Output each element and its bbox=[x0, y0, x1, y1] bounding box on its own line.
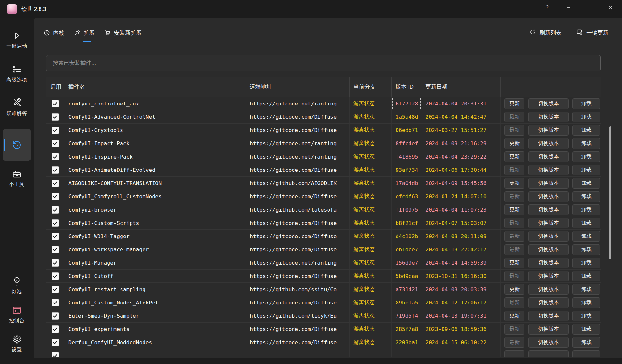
switch-version-button[interactable]: 切换版本 bbox=[528, 324, 569, 335]
uninstall-button[interactable]: 卸载 bbox=[572, 138, 600, 149]
latest-button[interactable]: 最新 bbox=[504, 297, 524, 308]
tab-extensions[interactable]: 扩展 bbox=[73, 27, 95, 39]
uninstall-button[interactable]: 卸载 bbox=[572, 178, 600, 189]
latest-button[interactable]: 最新 bbox=[504, 191, 524, 202]
sidebar-item-settings[interactable]: 设置 bbox=[0, 332, 34, 356]
update-all-button[interactable]: 一键更新 bbox=[576, 29, 608, 37]
sidebar-item-bulb[interactable]: 灯泡 bbox=[0, 273, 34, 297]
switch-version-button[interactable]: 切换版本 bbox=[528, 138, 569, 149]
enable-checkbox[interactable] bbox=[46, 190, 64, 203]
enable-checkbox[interactable] bbox=[46, 216, 64, 229]
uninstall-button[interactable]: 卸载 bbox=[572, 324, 600, 335]
help-button[interactable]: ? bbox=[538, 0, 557, 15]
latest-button[interactable]: 最新 bbox=[504, 231, 524, 242]
latest-button[interactable]: 最新 bbox=[504, 125, 524, 136]
uninstall-button[interactable]: 卸载 bbox=[572, 337, 600, 348]
enable-checkbox[interactable] bbox=[46, 203, 64, 216]
maximize-button[interactable] bbox=[580, 0, 599, 15]
sidebar-item-console[interactable]: 控制台 bbox=[0, 303, 34, 326]
uninstall-button[interactable]: 卸载 bbox=[572, 165, 600, 175]
checkbox-checked-icon bbox=[52, 166, 59, 174]
enable-checkbox[interactable] bbox=[46, 336, 64, 349]
update-button[interactable]: 更新 bbox=[504, 151, 524, 162]
latest-button[interactable]: 最新 bbox=[504, 112, 524, 122]
switch-version-button[interactable]: 切换版本 bbox=[528, 258, 569, 268]
uninstall-button[interactable]: 卸载 bbox=[572, 112, 600, 122]
uninstall-button[interactable]: 卸载 bbox=[572, 297, 600, 308]
switch-version-button[interactable] bbox=[528, 350, 569, 357]
sidebar-item-small-tools[interactable]: 小工具 bbox=[0, 166, 34, 190]
switch-version-button[interactable]: 切换版本 bbox=[528, 98, 569, 109]
enable-checkbox[interactable] bbox=[46, 283, 64, 296]
uninstall-button[interactable]: 卸载 bbox=[572, 284, 600, 295]
uninstall-button[interactable]: 卸载 bbox=[572, 151, 600, 162]
switch-version-button[interactable]: 切换版本 bbox=[528, 112, 569, 122]
enable-checkbox[interactable] bbox=[46, 177, 64, 190]
uninstall-button[interactable]: 卸载 bbox=[572, 98, 600, 109]
uninstall-button[interactable] bbox=[572, 350, 600, 357]
tab-install-new[interactable]: 安装新扩展 bbox=[104, 27, 142, 39]
close-button[interactable] bbox=[601, 0, 620, 15]
vertical-scrollbar[interactable] bbox=[609, 126, 611, 259]
update-button[interactable]: 更新 bbox=[504, 138, 524, 149]
switch-version-button[interactable]: 切换版本 bbox=[528, 125, 569, 136]
enable-checkbox[interactable] bbox=[46, 256, 64, 269]
latest-button[interactable]: 最新 bbox=[504, 324, 524, 335]
uninstall-button[interactable]: 卸载 bbox=[572, 191, 600, 202]
latest-button[interactable]: 最新 bbox=[504, 244, 524, 255]
switch-version-button[interactable]: 切换版本 bbox=[528, 244, 569, 255]
latest-button[interactable]: 最新 bbox=[504, 165, 524, 175]
uninstall-button[interactable]: 卸载 bbox=[572, 125, 600, 136]
enable-checkbox[interactable] bbox=[46, 150, 64, 163]
switch-version-button[interactable]: 切换版本 bbox=[528, 231, 569, 242]
enable-checkbox[interactable] bbox=[46, 137, 64, 150]
uninstall-button[interactable]: 卸载 bbox=[572, 258, 600, 268]
update-button[interactable]: 更新 bbox=[504, 258, 524, 268]
enable-checkbox[interactable] bbox=[46, 124, 64, 137]
switch-version-button[interactable]: 切换版本 bbox=[528, 178, 569, 189]
enable-checkbox[interactable] bbox=[46, 243, 64, 256]
enable-checkbox[interactable] bbox=[46, 230, 64, 243]
enable-checkbox[interactable] bbox=[46, 110, 64, 123]
uninstall-button[interactable]: 卸载 bbox=[572, 311, 600, 321]
update-button[interactable]: 更新 bbox=[504, 178, 524, 189]
switch-version-button[interactable]: 切换版本 bbox=[528, 284, 569, 295]
update-button[interactable]: 更新 bbox=[504, 284, 524, 295]
minimize-button[interactable] bbox=[559, 0, 578, 15]
enable-checkbox[interactable] bbox=[46, 97, 64, 110]
switch-version-button[interactable]: 切换版本 bbox=[528, 218, 569, 228]
update-button[interactable]: 更新 bbox=[504, 311, 524, 321]
switch-version-button[interactable]: 切换版本 bbox=[528, 337, 569, 348]
update-button[interactable]: 更新 bbox=[504, 204, 524, 215]
latest-button[interactable]: 最新 bbox=[504, 337, 524, 348]
uninstall-button[interactable]: 卸载 bbox=[572, 271, 600, 281]
uninstall-button[interactable]: 卸载 bbox=[572, 218, 600, 228]
switch-version-button[interactable]: 切换版本 bbox=[528, 151, 569, 162]
latest-button[interactable]: 最新 bbox=[504, 271, 524, 281]
update-button[interactable]: 更新 bbox=[504, 98, 524, 109]
switch-version-button[interactable]: 切换版本 bbox=[528, 271, 569, 281]
switch-version-button[interactable]: 切换版本 bbox=[528, 165, 569, 175]
search-input[interactable] bbox=[46, 55, 601, 71]
switch-version-button[interactable]: 切换版本 bbox=[528, 204, 569, 215]
switch-version-button[interactable]: 切换版本 bbox=[528, 297, 569, 308]
switch-version-button[interactable]: 切换版本 bbox=[528, 311, 569, 321]
switch-version-button[interactable]: 切换版本 bbox=[528, 191, 569, 202]
uninstall-button[interactable]: 卸载 bbox=[572, 231, 600, 242]
enable-checkbox[interactable] bbox=[46, 309, 64, 322]
latest-button[interactable]: 最新 bbox=[504, 218, 524, 228]
tab-kernel[interactable]: 内核 bbox=[43, 27, 65, 39]
sidebar-item-version-manage[interactable] bbox=[3, 129, 31, 161]
enable-checkbox[interactable] bbox=[46, 270, 64, 282]
refresh-list-button[interactable]: 刷新列表 bbox=[529, 29, 561, 37]
enable-checkbox[interactable] bbox=[46, 163, 64, 176]
enable-checkbox[interactable] bbox=[46, 323, 64, 336]
enable-checkbox[interactable] bbox=[46, 296, 64, 309]
sidebar-item-launch[interactable]: 一键启动 bbox=[0, 28, 34, 52]
uninstall-button[interactable]: 卸载 bbox=[572, 204, 600, 215]
enable-checkbox[interactable] bbox=[46, 349, 64, 357]
uninstall-button[interactable]: 卸载 bbox=[572, 244, 600, 255]
sidebar-item-troubleshoot[interactable]: 疑难解答 bbox=[0, 95, 34, 119]
latest-button[interactable] bbox=[504, 350, 524, 357]
sidebar-item-advanced[interactable]: 高级选项 bbox=[0, 61, 34, 85]
